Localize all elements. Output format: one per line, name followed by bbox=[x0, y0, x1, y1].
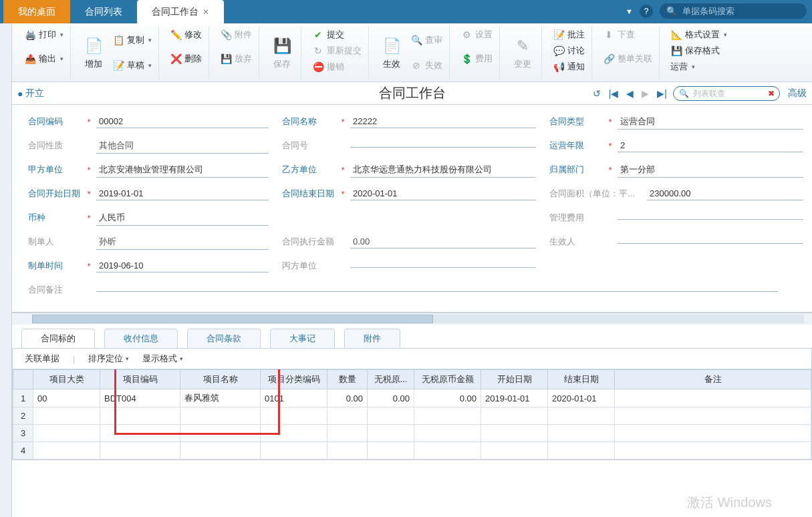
add-button[interactable]: 📄增加 bbox=[79, 33, 108, 73]
dropdown-icon[interactable]: ▼ bbox=[626, 7, 633, 15]
delete-button[interactable]: ❌删除 bbox=[167, 51, 205, 66]
review-button[interactable]: 🔍查审 bbox=[408, 33, 445, 47]
field-partyB[interactable]: 北京华远意通热力科技股份有限公司 bbox=[350, 162, 536, 178]
clear-icon[interactable]: ✖ bbox=[768, 89, 775, 98]
fee-button[interactable]: 💲费用 bbox=[458, 51, 495, 66]
discuss-button[interactable]: 💬讨论 bbox=[550, 43, 587, 58]
table-row[interactable]: 2 bbox=[13, 407, 811, 425]
wholeassoc-button[interactable]: 🔗整单关联 bbox=[600, 51, 655, 66]
horizontal-scrollbar[interactable] bbox=[12, 313, 812, 325]
revoke-button[interactable]: ⛔撤销 bbox=[309, 59, 364, 74]
sub-tab-bar: 合同标的 收付信息 合同条款 大事记 附件 bbox=[12, 325, 812, 348]
label-partyA: 甲方单位 bbox=[28, 164, 82, 176]
saveformat-button[interactable]: 💾保存格式 bbox=[668, 43, 730, 58]
modify-button[interactable]: ✏️修改 bbox=[167, 27, 205, 42]
field-area[interactable]: 230000.00 bbox=[647, 187, 803, 200]
help-icon[interactable]: ? bbox=[640, 5, 653, 18]
effect-button[interactable]: 📄生效 bbox=[377, 33, 406, 73]
notify-button[interactable]: 📢通知 bbox=[550, 59, 587, 74]
assoc-doc-button[interactable]: 关联单据 bbox=[25, 353, 59, 365]
batch-button[interactable]: 📝批注 bbox=[550, 27, 587, 42]
download-button[interactable]: ⬇下查 bbox=[600, 27, 655, 42]
grid-toolbar: 关联单据 | 排序定位▾ 显示格式▾ bbox=[12, 348, 812, 369]
resubmit-button[interactable]: ↻重新提交 bbox=[309, 43, 364, 58]
list-search[interactable]: 🔍 ✖ bbox=[673, 86, 780, 101]
prev-icon[interactable]: ◀ bbox=[624, 88, 636, 99]
invalid-button[interactable]: ⊘失效 bbox=[408, 58, 445, 73]
label-maker: 制单人 bbox=[28, 236, 82, 248]
discard-button[interactable]: 💾放弃 bbox=[217, 51, 255, 66]
tab-contract-workbench[interactable]: 合同工作台✕ bbox=[137, 0, 224, 23]
field-start[interactable]: 2019-01-01 bbox=[96, 187, 269, 200]
field-code[interactable]: 00002 bbox=[96, 115, 269, 128]
subtab-subject[interactable]: 合同标的 bbox=[21, 329, 95, 348]
field-currency[interactable]: 人民币 bbox=[96, 210, 269, 226]
submit-button[interactable]: ✔提交 bbox=[309, 27, 364, 42]
field-partyA[interactable]: 北京安港物业管理有限公司 bbox=[96, 162, 269, 178]
field-end[interactable]: 2020-01-01 bbox=[350, 187, 536, 200]
label-partyB: 乙方单位 bbox=[282, 164, 335, 176]
label-execamt: 合同执行金额 bbox=[282, 236, 335, 248]
col-projcode[interactable]: 项目编码 bbox=[100, 370, 180, 389]
subtab-events[interactable]: 大事记 bbox=[270, 329, 335, 348]
first-icon[interactable]: |◀ bbox=[607, 88, 621, 99]
field-maketime[interactable]: 2019-06-10 bbox=[96, 259, 269, 273]
label-currency: 币种 bbox=[28, 212, 82, 224]
field-execamt: 0.00 bbox=[350, 235, 536, 248]
print-button[interactable]: 🖨️打印▾ bbox=[21, 27, 66, 42]
col-qty[interactable]: 数量 bbox=[327, 370, 368, 389]
label-end: 合同结束日期 bbox=[282, 188, 335, 200]
draft-button[interactable]: 📝草稿▾ bbox=[110, 58, 154, 73]
label-code: 合同编码 bbox=[28, 116, 82, 128]
next-icon[interactable]: ▶ bbox=[640, 88, 651, 99]
barcode-search[interactable]: 🔍 bbox=[660, 3, 807, 19]
label-years: 运营年限 bbox=[549, 140, 603, 152]
change-button[interactable]: ✎变更 bbox=[508, 33, 537, 73]
field-no[interactable] bbox=[350, 144, 536, 148]
table-row[interactable]: 4 bbox=[13, 442, 811, 460]
col-notaxamt[interactable]: 无税原币金额 bbox=[414, 370, 481, 389]
col-category[interactable]: 项目大类 bbox=[33, 370, 100, 389]
col-projname[interactable]: 项目名称 bbox=[180, 370, 261, 389]
list-search-input[interactable] bbox=[692, 88, 765, 99]
advanced-link[interactable]: 高级 bbox=[788, 88, 807, 100]
label-nature: 合同性质 bbox=[28, 140, 82, 152]
col-end[interactable]: 结束日期 bbox=[548, 370, 615, 389]
field-type[interactable]: 运营合同 bbox=[618, 114, 803, 130]
close-icon[interactable]: ✕ bbox=[202, 7, 209, 17]
col-start[interactable]: 开始日期 bbox=[481, 370, 548, 389]
col-classcode[interactable]: 项目分类编码 bbox=[261, 370, 327, 389]
col-remark[interactable]: 备注 bbox=[615, 370, 811, 389]
display-button[interactable]: 显示格式▾ bbox=[142, 353, 183, 365]
export-button[interactable]: 📤输出▾ bbox=[21, 51, 66, 66]
last-icon[interactable]: ▶| bbox=[655, 88, 669, 99]
tab-my-desktop[interactable]: 我的桌面 bbox=[3, 0, 70, 23]
copy-button[interactable]: 📋复制▾ bbox=[110, 33, 154, 47]
settings-button[interactable]: ⚙设置 bbox=[458, 27, 495, 42]
page-title: 合同工作台 bbox=[379, 84, 446, 102]
subtab-payment[interactable]: 收付信息 bbox=[104, 329, 178, 348]
label-start: 合同开始日期 bbox=[28, 188, 82, 200]
save-button[interactable]: 💾保存 bbox=[267, 33, 297, 73]
table-row[interactable]: 1 00 BDT004 春风雅筑 0101 0.00 0.00 0.00 201… bbox=[13, 389, 811, 407]
field-years[interactable]: 2 bbox=[618, 139, 803, 152]
table-row[interactable]: 3 bbox=[13, 425, 811, 442]
field-mgmtfee[interactable] bbox=[618, 216, 803, 220]
attach-button[interactable]: 📎附件 bbox=[217, 27, 255, 42]
format-button[interactable]: 📐格式设置▾ bbox=[668, 27, 730, 42]
tab-contract-list[interactable]: 合同列表 bbox=[70, 0, 137, 23]
operate-button[interactable]: 运营▾ bbox=[668, 59, 730, 74]
field-partyC[interactable] bbox=[350, 265, 536, 268]
field-effperson bbox=[618, 240, 803, 244]
subtab-clause[interactable]: 合同条款 bbox=[187, 329, 261, 348]
field-name[interactable]: 22222 bbox=[350, 115, 536, 128]
subject-grid[interactable]: 项目大类 项目编码 项目名称 项目分类编码 数量 无税原... 无税原币金额 开… bbox=[13, 369, 811, 460]
field-remark[interactable] bbox=[96, 289, 778, 292]
undo-icon[interactable]: ↺ bbox=[591, 88, 603, 99]
barcode-search-input[interactable] bbox=[681, 5, 795, 17]
subtab-attach[interactable]: 附件 bbox=[344, 329, 400, 348]
left-panel-edge bbox=[0, 23, 12, 460]
field-dept[interactable]: 第一分部 bbox=[618, 162, 803, 178]
sort-button[interactable]: 排序定位▾ bbox=[88, 353, 129, 365]
col-notaxprice[interactable]: 无税原... bbox=[368, 370, 414, 389]
